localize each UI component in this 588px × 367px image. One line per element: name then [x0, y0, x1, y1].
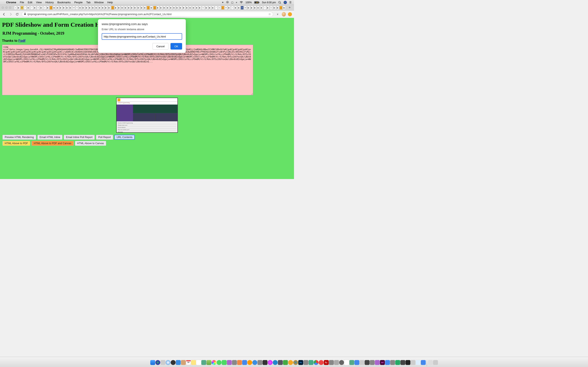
browser-tab[interactable]: ◧ — [173, 6, 176, 9]
browser-tab[interactable]: a — [147, 6, 150, 9]
fpdf-link[interactable]: Fpdf — [18, 39, 26, 42]
browser-tab[interactable]: ◧ — [127, 6, 130, 9]
browser-tab[interactable]: ◧ — [56, 6, 59, 9]
app-name[interactable]: Chrome — [6, 1, 16, 4]
menu-window[interactable]: Window — [94, 1, 104, 4]
browser-tab[interactable]: ◧ — [228, 6, 231, 9]
browser-tab[interactable]: ☠ — [37, 6, 40, 9]
browser-tab[interactable]: ◧ — [27, 6, 30, 9]
browser-tab[interactable]: ◧ — [63, 6, 66, 9]
browser-tab[interactable]: a — [221, 6, 224, 9]
browser-tab[interactable]: A — [241, 6, 243, 9]
browser-tab[interactable]: ✓ — [215, 6, 218, 9]
browser-tab[interactable]: ◧ — [195, 6, 198, 9]
browser-tab[interactable]: ◧ — [140, 6, 143, 9]
maximize-window-icon[interactable] — [9, 7, 11, 9]
browser-tab[interactable]: ◧ — [85, 6, 88, 9]
html-to-canvas-button[interactable]: HTML Above to Canvas — [75, 141, 106, 146]
browser-tab[interactable]: ◧ — [160, 6, 163, 9]
browser-tab[interactable]: ◧ — [212, 6, 214, 9]
browser-tab[interactable]: ◧ — [34, 6, 36, 9]
email-html-inline-button[interactable]: Email HTML Inline — [37, 135, 63, 140]
browser-tab[interactable]: a — [50, 6, 52, 9]
browser-tab[interactable]: ◧ — [118, 6, 121, 9]
menu-tab[interactable]: Tab — [86, 1, 90, 4]
extension-badge[interactable] — [288, 12, 292, 16]
browser-tab[interactable]: W — [72, 6, 75, 9]
browser-tab[interactable]: ◧ — [82, 6, 85, 9]
browser-tab[interactable]: ◧ — [192, 6, 195, 9]
browser-tab[interactable]: ◧ — [156, 6, 159, 9]
browser-tab[interactable]: ◧ — [95, 6, 98, 9]
airplay-icon[interactable]: ▢ — [231, 1, 233, 4]
browser-tab[interactable]: ◧ — [131, 6, 134, 9]
browser-tab[interactable]: ◧ — [251, 6, 253, 9]
browser-tab[interactable]: ◧ — [234, 6, 237, 9]
poll-report-button[interactable]: Poll Report — [96, 135, 113, 140]
browser-tab[interactable]: ◧ — [47, 6, 49, 9]
browser-tab[interactable]: ◧ — [237, 6, 240, 9]
browser-tab[interactable]: ◧ — [108, 6, 111, 9]
reload-button[interactable] — [15, 12, 19, 16]
browser-tab[interactable]: ◧ — [79, 6, 82, 9]
browser-tab[interactable]: ◧ — [69, 6, 72, 9]
back-button[interactable] — [2, 12, 6, 16]
browser-tab[interactable]: ◧ — [182, 6, 185, 9]
browser-tab[interactable]: ◧ — [102, 6, 104, 9]
clock[interactable]: Sun 8:00 pm — [262, 1, 276, 4]
browser-tab[interactable]: G — [202, 6, 205, 9]
browser-tab[interactable]: ◧ — [260, 6, 263, 9]
menu-people[interactable]: People — [74, 1, 82, 4]
browser-tab[interactable]: ◧ — [17, 6, 20, 9]
browser-tab[interactable]: ✓ — [24, 6, 27, 9]
browser-tab[interactable]: ◧ — [199, 6, 201, 9]
preview-html-button[interactable]: Preview HTML Rendering — [2, 135, 36, 140]
browser-tab[interactable]: ◧ — [40, 6, 43, 9]
menu-edit[interactable]: Edit — [28, 1, 32, 4]
browser-tab[interactable]: t — [231, 6, 234, 9]
bluetooth-icon[interactable]: ⌖ — [236, 1, 237, 4]
new-tab-button[interactable]: + — [287, 6, 292, 10]
browser-tab[interactable]: s — [14, 6, 17, 9]
browser-tab[interactable]: ◧ — [176, 6, 179, 9]
browser-tab[interactable]: ✓ — [30, 6, 33, 9]
browser-tab[interactable]: ◧ — [169, 6, 172, 9]
browser-tab[interactable]: ◧ — [137, 6, 140, 9]
forward-button[interactable] — [9, 12, 13, 16]
close-window-icon[interactable] — [2, 7, 4, 9]
browser-tab[interactable]: ◧ — [267, 6, 269, 9]
browser-tab[interactable]: G — [270, 6, 273, 9]
browser-tab[interactable]: S — [76, 6, 78, 9]
notification-center-icon[interactable]: ☰ — [289, 1, 292, 4]
menu-file[interactable]: File — [20, 1, 24, 4]
minimize-window-icon[interactable] — [5, 7, 8, 9]
browser-tab[interactable]: ◧ — [121, 6, 124, 9]
browser-tab[interactable]: ◧ — [98, 6, 101, 9]
browser-tab[interactable]: W — [244, 6, 247, 9]
menu-bookmarks[interactable]: Bookmarks — [57, 1, 71, 4]
html-to-pdf-canvas-button[interactable]: HTML Above to PDF and Canvas — [31, 141, 73, 146]
extensions-icon[interactable]: ▾ — [276, 12, 280, 16]
browser-tab[interactable]: a — [111, 6, 114, 9]
preview-iframe[interactable]: RJM Programming Email to RJM Programming… — [116, 98, 178, 133]
browser-tab[interactable]: G — [218, 6, 221, 9]
browser-tab[interactable]: ◧ — [134, 6, 137, 9]
browser-tab[interactable]: ◧ — [150, 6, 153, 9]
dialog-cancel-button[interactable]: Cancel — [153, 43, 168, 50]
browser-tab[interactable]: ◧ — [53, 6, 56, 9]
dialog-ok-button[interactable]: OK — [171, 43, 182, 50]
browser-tab[interactable]: t — [263, 6, 266, 9]
menu-history[interactable]: History — [45, 1, 53, 4]
email-inline-poll-button[interactable]: Email Inline Poll Report — [64, 135, 95, 140]
browser-tab[interactable]: ■ — [21, 6, 24, 9]
browser-tab[interactable]: ◧ — [66, 6, 69, 9]
menu-help[interactable]: Help — [107, 1, 113, 4]
browser-tab[interactable]: ◧ — [208, 6, 211, 9]
wifi-icon[interactable] — [240, 1, 243, 4]
browser-tab[interactable]: ◧ — [186, 6, 189, 9]
browser-tab[interactable]: s — [43, 6, 46, 9]
address-bar[interactable]: rjmprogramming.com.au/PHP/form_creator.p… — [22, 12, 273, 17]
browser-tab[interactable]: ◧ — [277, 6, 279, 9]
browser-tab[interactable]: ◧ — [257, 6, 260, 9]
browser-tab[interactable]: ◧ — [189, 6, 192, 9]
